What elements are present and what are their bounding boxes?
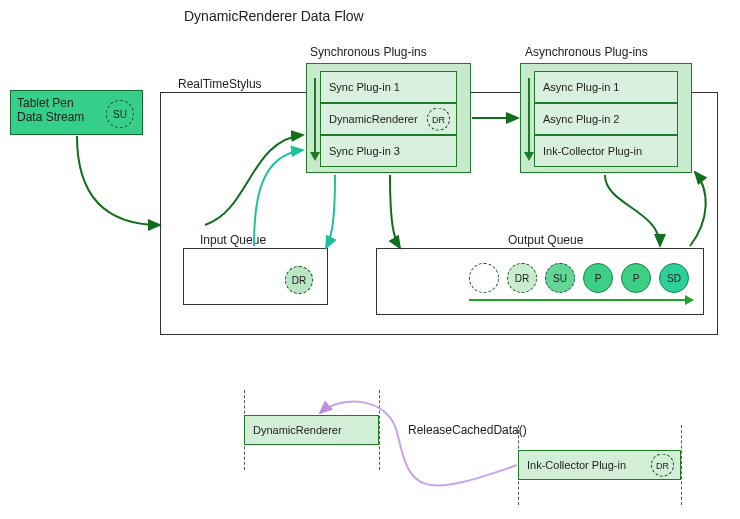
- sync-plugin-1-label: Sync Plug-in 1: [329, 81, 400, 93]
- sync-plugins-box: Sync Plug-in 1 DynamicRenderer DR Sync P…: [306, 63, 471, 173]
- ink-dash-right: [681, 425, 682, 505]
- tablet-pen-badge: SU: [106, 100, 134, 128]
- sync-plugin-row-1: Sync Plug-in 1: [320, 71, 457, 103]
- dr-dash-right: [379, 390, 380, 470]
- ink-collector-block-label: Ink-Collector Plug-in: [527, 459, 626, 471]
- dynamicrenderer-block-label: DynamicRenderer: [253, 424, 342, 436]
- ink-collector-dr-badge: DR: [651, 454, 674, 477]
- sync-plugins-label: Synchronous Plug-ins: [310, 45, 427, 59]
- async-plugin-row-ink: Ink-Collector Plug-in: [534, 135, 678, 167]
- release-cached-data-label: ReleaseCachedData(): [408, 423, 527, 437]
- async-plugin-2-label: Async Plug-in 2: [543, 113, 619, 125]
- async-plugin-1-label: Async Plug-in 1: [543, 81, 619, 93]
- oq-circle-p2: P: [621, 263, 651, 293]
- sync-plugin-dr-label: DynamicRenderer: [329, 113, 418, 125]
- output-queue-box: DR SU P P SD: [376, 248, 704, 315]
- sync-flow-arrow: [314, 78, 316, 152]
- diagram-title: DynamicRenderer Data Flow: [184, 8, 364, 24]
- sync-flow-arrow-head: [310, 152, 320, 161]
- async-plugin-ink-label: Ink-Collector Plug-in: [543, 145, 642, 157]
- input-queue-box: DR: [183, 248, 328, 305]
- tablet-pen-box: Tablet Pen Data Stream SU: [10, 90, 143, 135]
- async-plugins-box: Async Plug-in 1 Async Plug-in 2 Ink-Coll…: [520, 63, 692, 173]
- input-queue-label: Input Queue: [200, 233, 266, 247]
- dynamicrenderer-block: DynamicRenderer: [244, 415, 379, 445]
- async-flow-arrow: [528, 78, 530, 152]
- async-plugins-label: Asynchronous Plug-ins: [525, 45, 648, 59]
- oq-circle-dr: DR: [507, 263, 537, 293]
- output-queue-flow-arrowhead: [685, 295, 694, 305]
- sync-plugin-row-dr: DynamicRenderer DR: [320, 103, 457, 135]
- output-queue-flow-line: [469, 299, 687, 301]
- oq-circle-sd: SD: [659, 263, 689, 293]
- input-queue-dr-badge: DR: [285, 266, 313, 294]
- async-plugin-row-1: Async Plug-in 1: [534, 71, 678, 103]
- oq-circle-empty: [469, 263, 499, 293]
- sync-dr-badge: DR: [427, 108, 450, 131]
- async-plugin-row-2: Async Plug-in 2: [534, 103, 678, 135]
- sync-plugin-3-label: Sync Plug-in 3: [329, 145, 400, 157]
- oq-circle-su: SU: [545, 263, 575, 293]
- output-queue-label: Output Queue: [508, 233, 583, 247]
- oq-circle-p1: P: [583, 263, 613, 293]
- ink-collector-block: Ink-Collector Plug-in DR: [518, 450, 681, 480]
- async-flow-arrow-head: [524, 152, 534, 161]
- sync-plugin-row-3: Sync Plug-in 3: [320, 135, 457, 167]
- realtimestylus-label: RealTimeStylus: [178, 77, 262, 91]
